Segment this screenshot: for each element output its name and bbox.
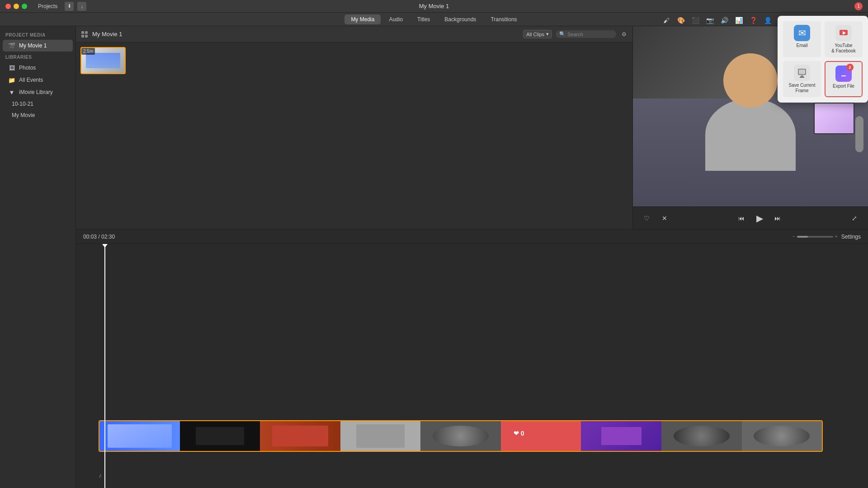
main-layout: PROJECT MEDIA 🎬 My Movie 1 LIBRARIES 🖼 P…: [0, 26, 868, 488]
menu-audio[interactable]: Audio: [382, 14, 409, 24]
library-icon: ▼: [8, 89, 15, 96]
zoom-bar[interactable]: [797, 236, 833, 238]
heart-badge: ❤ 0: [510, 428, 528, 439]
person-body: [705, 99, 796, 171]
window-title: My Movie 1: [419, 3, 449, 9]
volume-icon[interactable]: 🔊: [719, 15, 730, 26]
libraries-header: LIBRARIES: [0, 52, 75, 61]
settings-button[interactable]: Settings: [841, 234, 861, 240]
help-icon[interactable]: ❓: [748, 15, 759, 26]
music-note-icon: ♪: [99, 472, 102, 479]
sidebar-item-my-movie[interactable]: 🎬 My Movie 1: [3, 40, 73, 52]
title-bar-left: Projects ⬇ ↓: [5, 2, 86, 11]
events-icon: 📁: [8, 76, 15, 84]
current-time: 00:03: [83, 234, 97, 240]
browser-settings-icon[interactable]: ⚙: [620, 30, 628, 38]
shuffle-button[interactable]: ✕: [658, 212, 671, 225]
sidebar-date-label: 10-10-21: [12, 101, 33, 107]
sidebar-item-imovie-library[interactable]: ▼ iMovie Library: [3, 86, 73, 98]
playhead[interactable]: [104, 244, 105, 488]
window-controls: [5, 4, 27, 9]
content-area: My Movie 1 All Clips ▾ 🔍 ⚙: [76, 26, 868, 488]
movie-icon: 🎬: [8, 42, 15, 49]
sidebar-item-label: My Movie 1: [19, 42, 47, 49]
menu-transitions[interactable]: Transitions: [484, 14, 523, 24]
projects-back-button[interactable]: Projects: [34, 2, 61, 11]
track-segment-5[interactable]: [420, 421, 501, 451]
rewind-button[interactable]: ⏮: [735, 212, 748, 225]
close-button[interactable]: [5, 4, 11, 9]
timeline: ❤ 0 ♪: [76, 244, 868, 488]
fullscreen-button[interactable]: ⤢: [848, 212, 861, 225]
export-email[interactable]: ✉ Email: [783, 21, 821, 57]
fast-forward-button[interactable]: ⏭: [771, 212, 784, 225]
chart-icon[interactable]: 📊: [733, 15, 744, 26]
svg-rect-12: [841, 75, 846, 76]
clips-dropdown[interactable]: All Clips ▾: [523, 30, 552, 38]
export-file-icon: 2: [835, 66, 852, 82]
timeline-body[interactable]: ❤ 0 ♪: [76, 244, 868, 488]
clip-duration: 2.5m: [81, 48, 95, 55]
preview-right-controls: ⤢: [848, 212, 861, 225]
track-segment-1[interactable]: [99, 421, 180, 451]
favorite-button[interactable]: ♡: [640, 212, 653, 225]
track-segment-9[interactable]: [742, 421, 822, 451]
export-file[interactable]: 2 Export File: [825, 61, 863, 97]
sidebar-item-date[interactable]: 10-10-21: [3, 99, 73, 109]
menu-titles[interactable]: Titles: [411, 14, 436, 24]
browser-title: My Movie 1: [92, 31, 519, 38]
sidebar-imovie-label: iMovie Library: [19, 89, 53, 95]
export-email-label: Email: [796, 43, 807, 48]
playhead-marker: [102, 244, 108, 248]
track-segment-2[interactable]: [180, 421, 260, 451]
clip-thumbnail[interactable]: 2.5m: [80, 47, 126, 74]
youtube-facebook-icon: [835, 25, 852, 41]
svg-rect-3: [85, 35, 88, 38]
track-segment-7[interactable]: [581, 421, 661, 451]
sidebar-item-my-movie-2[interactable]: My Movie: [3, 110, 73, 121]
export-save-frame[interactable]: Save Current Frame: [783, 61, 821, 97]
photos-icon: 🖼: [8, 64, 15, 71]
share-button[interactable]: ↓: [77, 2, 86, 11]
camera-icon[interactable]: 📷: [704, 15, 715, 26]
import-button[interactable]: ⬇: [65, 2, 74, 11]
zoom-bar-fill: [797, 236, 808, 238]
menu-backgrounds[interactable]: Backgrounds: [438, 14, 482, 24]
sidebar-movie-label: My Movie: [12, 112, 35, 118]
minimize-button[interactable]: [14, 4, 19, 9]
brush-icon[interactable]: 🖌: [661, 15, 672, 26]
music-track: ♪: [99, 470, 823, 479]
toolbar-right: 🖌 🎨 ⬛ 📷 🔊 📊 ❓ 👤: [661, 15, 773, 26]
media-browser-content: 2.5m: [76, 42, 632, 229]
track-segment-8[interactable]: [661, 421, 742, 451]
project-media-header: PROJECT MEDIA: [0, 30, 75, 39]
time-display: 00:03 / 02:30: [83, 234, 115, 240]
sidebar-item-photos[interactable]: 🖼 Photos: [3, 62, 73, 74]
save-frame-icon: [794, 65, 810, 81]
video-track[interactable]: ❤ 0: [99, 420, 823, 452]
export-save-frame-label: Save Current Frame: [787, 83, 817, 94]
play-button[interactable]: ▶: [753, 212, 766, 225]
svg-rect-7: [799, 70, 805, 74]
color-icon[interactable]: 🎨: [675, 15, 686, 26]
background-mic: [855, 116, 863, 152]
track-segment-4[interactable]: [340, 421, 421, 451]
account-icon[interactable]: 👤: [762, 15, 773, 26]
timeline-settings: − + Settings: [793, 234, 861, 240]
zoom-in-icon[interactable]: +: [835, 234, 838, 239]
timeline-header: 00:03 / 02:30 − + Settings: [76, 230, 868, 244]
export-youtube-facebook[interactable]: YouTube& Facebook: [825, 21, 863, 57]
zoom-out-icon[interactable]: −: [793, 234, 795, 239]
maximize-button[interactable]: [22, 4, 27, 9]
search-input[interactable]: [567, 32, 613, 37]
search-icon: 🔍: [559, 31, 566, 37]
track-segment-3[interactable]: [260, 421, 340, 451]
search-bar: 🔍: [556, 30, 616, 38]
grid-view-icon[interactable]: [80, 30, 89, 38]
sidebar-item-all-events[interactable]: 📁 All Events: [3, 74, 73, 86]
menu-my-media[interactable]: My Media: [344, 14, 381, 24]
track-segment-6[interactable]: ❤ 0: [501, 421, 581, 451]
svg-rect-1: [85, 31, 88, 34]
zoom-slider: − +: [793, 234, 838, 239]
crop-icon[interactable]: ⬛: [690, 15, 701, 26]
